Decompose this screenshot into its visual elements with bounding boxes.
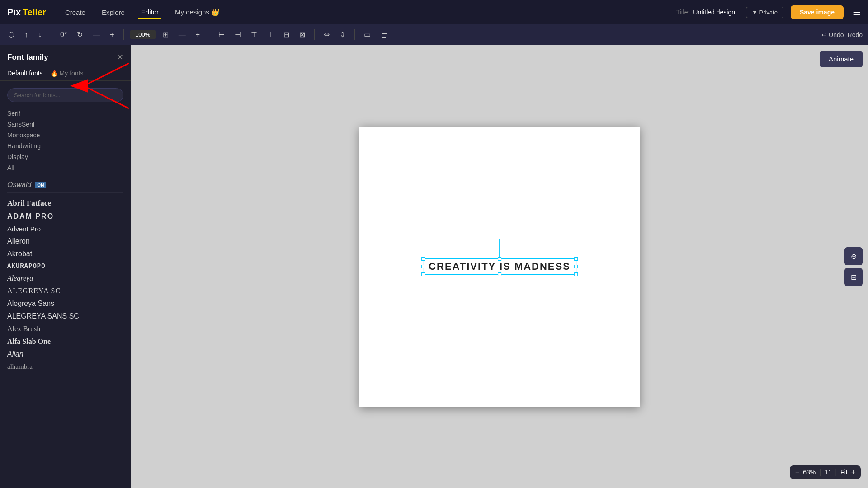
handle-ml[interactable] — [421, 265, 425, 268]
font-item[interactable]: Allan — [7, 348, 123, 361]
search-input[interactable] — [7, 88, 123, 102]
font-item[interactable]: ADAM PRO — [7, 210, 123, 223]
nav-mydesigns[interactable]: My designs 👑 — [172, 6, 222, 18]
toolbar-sep-5 — [354, 29, 355, 40]
nav-create[interactable]: Create — [62, 7, 88, 18]
frame-btn[interactable]: ▭ — [361, 28, 373, 41]
font-item[interactable]: Aileron — [7, 235, 123, 248]
zoom-plus-btn[interactable]: + — [193, 29, 203, 41]
handle-mr[interactable] — [574, 265, 578, 268]
font-list: Oswald ON Abril Fatface ADAM PRO Advent … — [0, 174, 131, 488]
font-item[interactable]: Alex Brush — [7, 323, 123, 335]
tab-bar: Default fonts 🔥 My fonts — [0, 67, 131, 81]
my-fonts-label: My fonts — [60, 70, 84, 77]
handle-tl[interactable] — [421, 257, 425, 261]
font-item[interactable]: Alegreya — [7, 272, 123, 285]
move-up-btn[interactable]: ↑ — [22, 29, 31, 41]
zoom-sep2: | — [835, 469, 837, 476]
panel-header: Font family ✕ — [0, 45, 131, 67]
toolbar-right: ↩ Undo Redo — [821, 31, 863, 38]
filter-monospace[interactable]: Monospace — [7, 130, 123, 140]
rotate-value[interactable]: 0° — [57, 29, 70, 41]
zoom-minus-btn[interactable]: — — [176, 29, 189, 41]
grid-icon[interactable]: ⊞ — [160, 28, 171, 41]
handle-br[interactable] — [574, 272, 578, 276]
font-item[interactable]: AKURAPOPO — [7, 260, 123, 272]
font-item[interactable]: ALEGREYA SANS SC — [7, 310, 123, 323]
handle-tc[interactable] — [498, 257, 501, 261]
handle-bl[interactable] — [421, 272, 425, 276]
size-plus[interactable]: + — [107, 29, 117, 41]
navbar: PixTeller Create Explore Editor My desig… — [0, 0, 868, 24]
align-bottom[interactable]: ⊠ — [297, 28, 308, 41]
font-item[interactable]: Alfa Slab One — [7, 335, 123, 348]
toolbar-sep-1 — [51, 29, 51, 40]
filter-list: Serif SansSerif Monospace Handwriting Di… — [0, 107, 131, 174]
filter-sansserif[interactable]: SansSerif — [7, 119, 123, 129]
tab-default-fonts[interactable]: Default fonts — [7, 67, 43, 80]
size-minus[interactable]: — — [90, 29, 103, 41]
handle-top-line — [500, 239, 500, 257]
zoom-bar-minus[interactable]: − — [795, 468, 799, 476]
fire-icon: 🔥 — [50, 70, 58, 77]
oswald-featured[interactable]: Oswald ON — [7, 178, 123, 193]
filter-serif[interactable]: Serif — [7, 108, 123, 118]
add-element-btn[interactable]: ⊕ — [844, 247, 863, 265]
canvas-area: CREATIVITY IS MADNESS Animate ⊕ ⊞ − 63% … — [131, 45, 868, 488]
font-item[interactable]: Akrobat — [7, 248, 123, 260]
font-item[interactable]: alhambra — [7, 361, 123, 373]
undo-button[interactable]: ↩ Undo — [821, 31, 844, 38]
nav-editor[interactable]: Editor — [138, 6, 161, 19]
flip-v-btn[interactable]: ⇕ — [337, 28, 348, 41]
zoom-display: 100% — [130, 30, 156, 39]
save-button[interactable]: Save image — [791, 5, 844, 19]
toolbar-sep-2 — [123, 29, 124, 40]
hamburger-icon[interactable]: ☰ — [853, 7, 861, 18]
font-item-advent-pro[interactable]: Advent Pro — [7, 223, 123, 235]
logo: PixTeller — [7, 7, 46, 18]
handle-bc[interactable] — [498, 272, 501, 276]
delete-btn[interactable]: 🗑 — [378, 29, 391, 41]
refresh-icon[interactable]: ↻ — [74, 28, 85, 41]
logo-pix: Pix — [7, 7, 21, 18]
align-right[interactable]: ⊤ — [248, 28, 260, 41]
filter-display[interactable]: Display — [7, 152, 123, 162]
fit-label[interactable]: Fit — [840, 469, 848, 476]
search-container — [0, 85, 131, 107]
font-item[interactable]: Alegreya Sans — [7, 297, 123, 310]
font-item[interactable]: Abril Fatface — [7, 197, 123, 210]
zoom-sep: | — [819, 469, 821, 476]
private-button[interactable]: ▼ Private — [746, 7, 783, 18]
layer-icon[interactable]: ⬡ — [5, 28, 17, 41]
title-value: Untitled design — [693, 9, 735, 16]
close-icon[interactable]: ✕ — [117, 52, 123, 62]
element-options-btn[interactable]: ⊞ — [844, 268, 863, 286]
filter-handwriting[interactable]: Handwriting — [7, 141, 123, 151]
zoom-bar: − 63% | 11 | Fit + — [790, 465, 861, 479]
font-family-panel: Font family ✕ Default fonts 🔥 My fonts S… — [0, 45, 131, 488]
tab-my-fonts[interactable]: 🔥 My fonts — [50, 67, 84, 80]
canvas-wrapper: CREATIVITY IS MADNESS — [359, 127, 640, 407]
panel-title: Font family — [7, 53, 48, 62]
handle-tr[interactable] — [574, 257, 578, 261]
right-side-buttons: ⊕ ⊞ — [844, 247, 863, 286]
zoom-bar-plus[interactable]: + — [851, 468, 855, 476]
align-center-v[interactable]: ⊟ — [281, 28, 292, 41]
main-area: Font family ✕ Default fonts 🔥 My fonts S… — [0, 45, 868, 488]
align-top[interactable]: ⊥ — [264, 28, 276, 41]
zoom-bar-value: 63% — [803, 469, 816, 476]
toolbar-sep-3 — [209, 29, 209, 40]
toolbar: ⬡ ↑ ↓ 0° ↻ — + 100% ⊞ — + ⊢ ⊣ ⊤ ⊥ ⊟ ⊠ ⇔ … — [0, 24, 868, 45]
font-item[interactable]: ALEGREYA SC — [7, 285, 123, 297]
align-center-h[interactable]: ⊣ — [232, 28, 244, 41]
canvas-text-box[interactable]: CREATIVITY IS MADNESS — [423, 258, 576, 275]
nav-explore[interactable]: Explore — [99, 7, 127, 18]
redo-button[interactable]: Redo — [848, 31, 863, 38]
page-number: 11 — [825, 469, 832, 476]
logo-teller: Teller — [23, 7, 46, 18]
filter-all[interactable]: All — [7, 163, 123, 173]
animate-button[interactable]: Animate — [820, 51, 863, 67]
move-down-btn[interactable]: ↓ — [35, 29, 44, 41]
flip-h-btn[interactable]: ⇔ — [321, 28, 332, 41]
align-left[interactable]: ⊢ — [216, 28, 227, 41]
